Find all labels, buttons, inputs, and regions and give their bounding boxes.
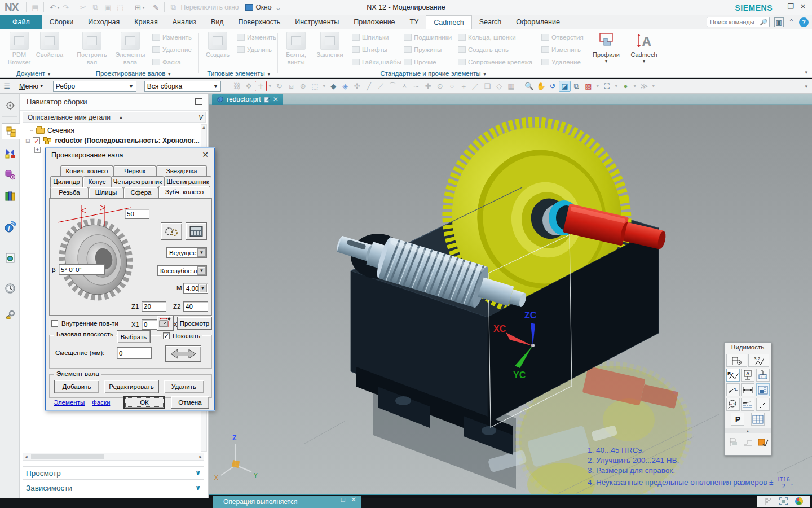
polyline-icon[interactable]: ᆺ — [399, 81, 411, 91]
shaft-edit-item[interactable]: Изменить — [152, 32, 192, 42]
profiles-button[interactable]: Профили ▾ — [589, 32, 624, 64]
flag-grey-button[interactable] — [726, 435, 740, 448]
tab-tu[interactable]: ТУ — [403, 15, 426, 29]
explode-icon[interactable]: ✣ — [351, 82, 363, 90]
edit-button[interactable]: Редактировать — [104, 380, 159, 393]
std-edit-item[interactable]: Изменить — [541, 45, 581, 55]
cadmech-dropdown-icon[interactable]: ▾ — [626, 59, 662, 64]
edit-section-icon[interactable]: ⧉ — [571, 82, 582, 91]
shaded-view-icon[interactable]: ◆ — [328, 82, 339, 90]
line-point-icon[interactable]: ⟋ — [375, 82, 387, 91]
properties-button[interactable]: Свойства — [32, 32, 68, 59]
graphics-window[interactable]: reductor.prt ✕ — [209, 94, 812, 495]
help-icon[interactable]: ? — [799, 17, 809, 27]
progress-minimize-icon[interactable]: — — [329, 496, 336, 503]
redo-icon[interactable]: ↷ — [59, 2, 72, 13]
render-globe-icon[interactable] — [795, 497, 804, 506]
window-section-icon[interactable]: ▩ — [582, 82, 594, 90]
datum-a-button[interactable]: A — [741, 369, 754, 382]
detail-p1-button[interactable]: п.1 — [726, 398, 740, 411]
constraint-navigator-icon[interactable] — [2, 144, 18, 161]
zoom-window-icon[interactable]: 🔍 — [523, 82, 535, 90]
tab-surface[interactable]: Поверхность — [231, 15, 288, 29]
navigator-column-header[interactable]: Описательное имя детали ▲ V — [23, 112, 206, 123]
typical-edit-item[interactable]: Изменить — [237, 32, 276, 42]
ribbon-options-icon[interactable]: ▾ — [805, 69, 807, 75]
slash-line-button[interactable] — [756, 398, 770, 411]
centerline-button[interactable] — [741, 398, 754, 411]
tab-view[interactable]: Вид — [204, 15, 231, 29]
delete-button[interactable]: Удалить — [164, 380, 204, 393]
calculator-button[interactable] — [186, 222, 207, 240]
fit-view-icon[interactable] — [779, 497, 788, 505]
tools-icon[interactable] — [2, 306, 18, 322]
shaft-elements-button[interactable]: Элементы вала — [112, 32, 149, 65]
preview-button[interactable]: Просмотр — [177, 317, 212, 330]
history-icon[interactable] — [2, 280, 18, 296]
table-button[interactable] — [751, 413, 765, 426]
copy-display-icon[interactable]: ⬚ — [114, 2, 126, 13]
circle-icon[interactable]: ○ — [446, 82, 458, 90]
wireframe-view-icon[interactable]: ◈ — [339, 82, 351, 90]
show-plane-checkbox[interactable]: ✓ Показать — [161, 332, 202, 339]
module-select[interactable]: 4.00▼ — [183, 283, 208, 294]
full-screen-icon[interactable]: ▣ — [774, 17, 784, 27]
part-tab-reductor[interactable]: reductor.prt ✕ — [212, 94, 283, 105]
tab-cylinder[interactable]: Цилиндр — [50, 176, 83, 187]
touch-mode-icon[interactable]: ✎ — [149, 2, 162, 13]
internet-aid-icon[interactable]: i — [2, 219, 18, 235]
pan-icon[interactable]: ✋ — [535, 82, 547, 90]
group-label-shaft-design[interactable]: Проектирование валов▾ — [68, 70, 198, 77]
tab-cadmech[interactable]: Cadmech — [426, 15, 472, 29]
minimize-ribbon-icon[interactable]: ⌃ — [787, 17, 796, 27]
dimension-button[interactable] — [741, 383, 754, 396]
holes-item[interactable]: Отверстия — [541, 32, 584, 42]
tab-square[interactable]: Четырехгранник — [111, 176, 164, 187]
component-icon[interactable]: ⧈ — [285, 82, 297, 91]
rotate-point-icon[interactable]: ↻ — [273, 82, 285, 90]
z2-field[interactable] — [183, 301, 208, 312]
elements-link[interactable]: Элементы — [54, 399, 85, 406]
gear-params-button[interactable] — [161, 222, 182, 240]
roughness-32-button[interactable]: 3.2 — [748, 354, 769, 367]
tab-home[interactable]: Исходная — [81, 15, 127, 29]
tolerance-frame-button[interactable]: ⊥.1 — [756, 369, 770, 382]
scroll-right-icon[interactable]: ▸ — [199, 453, 202, 460]
create-chain-item[interactable]: Создать цепь — [458, 45, 509, 55]
select-plane-button[interactable]: Выбрать — [117, 330, 151, 343]
menu-button[interactable]: Меню▾ — [14, 82, 47, 90]
beta-field[interactable] — [59, 264, 105, 275]
add-button[interactable]: Добавить — [54, 380, 99, 393]
profiles-dropdown-icon[interactable]: ▾ — [589, 59, 624, 64]
resource-bar-options-icon[interactable] — [2, 97, 18, 113]
ok-button[interactable]: ОК — [123, 396, 165, 409]
flip-direction-button[interactable] — [165, 345, 201, 362]
chevron-down-icon[interactable]: ∨ — [195, 484, 201, 492]
section-dependencies[interactable]: Зависимости∨ — [23, 481, 204, 494]
nuts-washers-item[interactable]: Гайки,шайбы — [352, 57, 401, 67]
cancel-button[interactable]: Отмена — [171, 396, 209, 409]
build-shaft-button[interactable]: Построить вал — [72, 32, 112, 65]
typical-delete-item[interactable]: Удалить — [237, 45, 272, 55]
component-checkbox[interactable]: ✓ — [33, 137, 40, 144]
tab-sphere[interactable]: Сфера — [123, 187, 158, 198]
width-field[interactable] — [125, 209, 149, 219]
assembly-constraints-icon[interactable]: ⛓ — [231, 82, 243, 90]
selection-type-filter[interactable]: Ребро▼ — [53, 81, 136, 92]
scroll-thumb[interactable] — [31, 454, 104, 459]
tab-search[interactable]: Search — [472, 15, 509, 29]
scroll-left-icon[interactable]: ◂ — [25, 453, 28, 460]
selection-dropdown-icon[interactable]: ▾ — [321, 84, 328, 89]
render-style-icon[interactable]: ● — [620, 82, 632, 90]
show-edges-icon[interactable]: ◪ — [559, 81, 571, 92]
tab-curve[interactable]: Кривая — [127, 15, 165, 29]
paste-icon[interactable]: ▣ — [102, 2, 114, 13]
layout-dropdown-icon[interactable]: ▾ — [142, 5, 144, 10]
copy-icon[interactable]: ⧉ — [89, 2, 102, 13]
tab-cone[interactable]: Конус — [83, 176, 111, 187]
tab-sprocket[interactable]: Звездочка — [156, 165, 207, 176]
checkered-flag-icon[interactable] — [764, 497, 773, 505]
tree-expand-icon[interactable]: ⊟ — [25, 138, 30, 144]
tree-row-sections[interactable]: ┄ Сечения — [30, 126, 74, 134]
drawing-view-button[interactable] — [756, 383, 770, 396]
